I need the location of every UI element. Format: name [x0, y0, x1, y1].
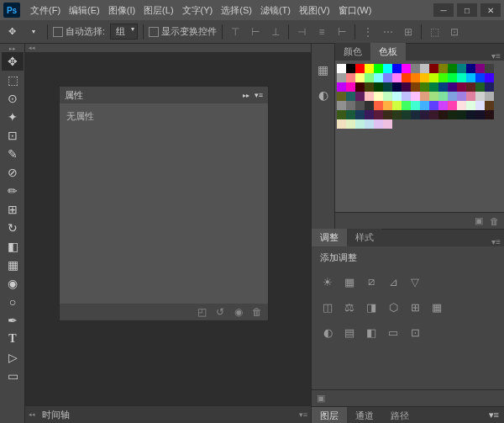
eraser-tool[interactable]: ◧	[2, 237, 24, 256]
align-bottom-icon[interactable]: ⊥	[268, 24, 283, 40]
swatch[interactable]	[457, 92, 466, 101]
swatch[interactable]	[420, 82, 429, 92]
channel-mixer-icon[interactable]: ⊞	[407, 299, 423, 315]
hue-icon[interactable]: ◫	[320, 299, 335, 315]
clip-icon[interactable]: ◰	[194, 304, 209, 320]
menu-layer[interactable]: 图层(L)	[140, 3, 176, 19]
distribute-icon[interactable]: ⋮	[360, 24, 375, 40]
doc-tab-grip[interactable]: ◂◂	[25, 44, 311, 52]
swatch[interactable]	[402, 101, 411, 110]
photo-filter-icon[interactable]: ⬡	[386, 299, 401, 315]
brush-tool[interactable]: ✏	[2, 182, 24, 200]
layers-panel-menu-icon[interactable]: ▾≡	[484, 407, 504, 423]
gradient-tool[interactable]: ▦	[2, 256, 24, 274]
distribute-icon2[interactable]: ⋯	[381, 24, 396, 40]
swatch[interactable]	[337, 92, 346, 101]
adj-panel-menu-icon[interactable]: ▾≡	[488, 237, 504, 246]
swatch[interactable]	[448, 101, 457, 110]
healing-brush-tool[interactable]: ⊘	[2, 163, 24, 182]
swatch[interactable]	[448, 92, 457, 101]
swatches-tab[interactable]: 色板	[370, 43, 406, 61]
swatch[interactable]	[420, 64, 429, 73]
swatch[interactable]	[392, 82, 402, 92]
swatch[interactable]	[346, 82, 355, 92]
swatch[interactable]	[475, 101, 485, 110]
swatch[interactable]	[466, 73, 475, 82]
swatch[interactable]	[485, 73, 494, 82]
swatch[interactable]	[346, 73, 355, 82]
toolbox-grip[interactable]: ▸▸	[0, 45, 24, 52]
menu-select[interactable]: 选择(S)	[218, 3, 255, 19]
swatch[interactable]	[383, 110, 392, 119]
swatch[interactable]	[475, 64, 485, 73]
swatch[interactable]	[438, 101, 448, 110]
swatch[interactable]	[365, 64, 374, 73]
bw-icon[interactable]: ◨	[364, 299, 379, 315]
swatch[interactable]	[374, 82, 383, 92]
swatch[interactable]	[411, 92, 420, 101]
balance-icon[interactable]: ⚖	[342, 299, 357, 315]
menu-view[interactable]: 视图(V)	[296, 3, 333, 19]
channels-tab[interactable]: 通道	[347, 407, 382, 423]
layers-tab[interactable]: 图层	[312, 407, 347, 423]
swatch[interactable]	[355, 82, 365, 92]
visibility-icon[interactable]: ◉	[231, 304, 246, 320]
timeline-menu-icon[interactable]: ▾≡	[299, 410, 307, 419]
timeline-collapse-icon[interactable]: ◂◂	[29, 411, 35, 418]
swatch[interactable]	[411, 73, 420, 82]
swatch[interactable]	[411, 64, 420, 73]
auto-select-checkbox[interactable]: 自动选择:	[53, 25, 105, 38]
swatch[interactable]	[438, 64, 448, 73]
swatch[interactable]	[466, 64, 475, 73]
swatch[interactable]	[392, 110, 402, 119]
swatch[interactable]	[337, 73, 346, 82]
swatch[interactable]	[475, 110, 485, 119]
swatch[interactable]	[448, 73, 457, 82]
new-swatch-icon[interactable]: ▣	[475, 215, 483, 226]
swatch[interactable]	[420, 73, 429, 82]
swatch[interactable]	[466, 82, 475, 92]
swatch[interactable]	[337, 110, 346, 119]
swatch[interactable]	[392, 73, 402, 82]
reset-icon[interactable]: ↺	[213, 304, 228, 320]
swatch[interactable]	[365, 110, 374, 119]
swatch[interactable]	[438, 73, 448, 82]
swatch[interactable]	[383, 119, 392, 129]
swatch[interactable]	[402, 73, 411, 82]
collapse-icon[interactable]: ▸▸	[243, 92, 249, 99]
swatch[interactable]	[448, 64, 457, 73]
canvas-area[interactable]: 属性 ▸▸ ▾≡ 无属性 ◰ ↺ ◉ 🗑	[25, 52, 311, 406]
path-selection-tool[interactable]: ▷	[2, 348, 24, 367]
swatch[interactable]	[374, 64, 383, 73]
color-icon[interactable]: ◐	[314, 86, 333, 104]
gradient-map-icon[interactable]: ▭	[386, 325, 401, 340]
paths-tab[interactable]: 路径	[382, 407, 417, 423]
swatch[interactable]	[438, 110, 448, 119]
menu-window[interactable]: 窗口(W)	[335, 3, 375, 19]
menu-image[interactable]: 图像(I)	[105, 3, 139, 19]
dropdown-arrow-icon[interactable]: ▾	[25, 24, 42, 40]
styles-tab[interactable]: 样式	[347, 229, 382, 246]
menu-type[interactable]: 文字(Y)	[179, 3, 217, 19]
swatch[interactable]	[365, 101, 374, 110]
type-tool[interactable]: T	[2, 330, 24, 348]
swatch[interactable]	[337, 101, 346, 110]
minimize-button[interactable]: ─	[433, 3, 454, 17]
swatch[interactable]	[402, 64, 411, 73]
align-vcenter-icon[interactable]: ⊢	[248, 24, 263, 40]
swatch[interactable]	[429, 101, 438, 110]
color-tab[interactable]: 颜色	[335, 43, 370, 61]
swatch[interactable]	[457, 73, 466, 82]
show-transform-checkbox[interactable]: 显示变换控件	[149, 25, 217, 38]
history-brush-tool[interactable]: ↻	[2, 219, 24, 237]
swatch[interactable]	[438, 82, 448, 92]
auto-select-dropdown[interactable]: 组	[110, 24, 138, 40]
swatch[interactable]	[402, 110, 411, 119]
swatch[interactable]	[411, 82, 420, 92]
swatch[interactable]	[429, 64, 438, 73]
menu-file[interactable]: 文件(F)	[27, 3, 64, 19]
swatch[interactable]	[346, 64, 355, 73]
properties-tab[interactable]: 属性	[65, 89, 83, 102]
eyedropper-tool[interactable]: ✎	[2, 145, 24, 163]
swatch[interactable]	[374, 92, 383, 101]
